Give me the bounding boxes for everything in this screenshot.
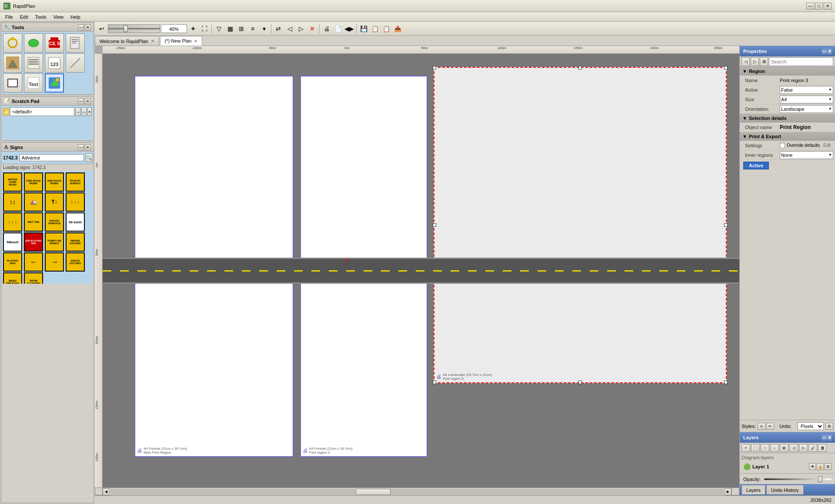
bottom-tab-layers[interactable]: Layers — [741, 485, 765, 494]
sign-power-line[interactable]: POWER LINE MODELS — [45, 232, 64, 252]
scroll-thumb[interactable] — [356, 489, 391, 495]
signs-search-button[interactable]: 🔍 — [86, 153, 93, 162]
bottom-tab-undo[interactable]: Undo History — [766, 485, 804, 494]
tools-panel-controls[interactable]: — ✕ — [78, 24, 91, 30]
sign-50kmh-small[interactable]: 50km/h — [3, 232, 22, 252]
sign-arrows-updown[interactable]: ↕↕ — [3, 192, 22, 212]
toolbar-table[interactable]: ⊞ — [236, 23, 247, 34]
layers-btn3[interactable]: ↑ — [761, 444, 769, 452]
layers-header-controls[interactable]: — ✕ — [822, 435, 832, 441]
sign-end-road-work[interactable]: END ROAD WORK — [45, 172, 64, 192]
toolbar-delete[interactable]: ✕ — [307, 23, 317, 34]
toolbar-print1[interactable]: 🖨 — [321, 23, 332, 34]
tool-rotate[interactable] — [3, 33, 22, 53]
sign-water-over-road[interactable]: WATER OVER ROAD — [3, 172, 22, 192]
handle-ml[interactable] — [433, 223, 436, 227]
toolbar-triangle-down[interactable]: ▽ — [214, 23, 224, 34]
sign-traffic-survey[interactable]: TRAFFIC SURVEY — [66, 172, 85, 192]
tools-panel-close[interactable]: ✕ — [85, 24, 91, 30]
props-region-header[interactable]: ▼ Region — [740, 67, 835, 76]
tool-page[interactable] — [66, 33, 85, 53]
toolbar-share[interactable]: 📤 — [392, 23, 403, 34]
sign-snow-clearing[interactable]: SNOW CLEARING — [24, 272, 43, 284]
canvas-area[interactable]: -150m -100m -50m 0m 50m 100m 150m 200m 2… — [95, 46, 739, 495]
layer-item-1[interactable]: 🟢 Layer 1 👁 🔓 ⚙ — [741, 462, 833, 471]
tools-panel-minimize[interactable]: — — [78, 24, 84, 30]
sign-wet-tar[interactable]: WET TAR — [24, 212, 43, 232]
signs-scroll-area[interactable]: WATER OVER ROAD FIND ROAD WORK END ROAD … — [1, 171, 94, 284]
signs-minimize[interactable]: — — [78, 144, 84, 150]
style-icon-2[interactable]: ✏ — [766, 423, 774, 430]
tab-new-plan-close[interactable]: ✕ — [194, 39, 197, 43]
props-active-dropdown[interactable]: False ▼ — [780, 86, 833, 94]
props-toolbar-btn1[interactable]: ◁ — [741, 57, 750, 66]
scroll-right-arrow[interactable]: ▶ — [725, 488, 731, 495]
tool-oval[interactable] — [24, 33, 43, 53]
props-selection-header[interactable]: ▼ Selection details — [740, 114, 835, 123]
opacity-slider[interactable] — [764, 478, 832, 480]
tool-terrain[interactable] — [3, 53, 22, 73]
tab-new-plan[interactable]: (*) New Plan ✕ — [160, 36, 203, 46]
sign-arrow-right[interactable]: → — [45, 252, 64, 272]
props-header-controls[interactable]: — ✕ — [822, 49, 832, 54]
signs-close[interactable]: ✕ — [85, 144, 91, 150]
menu-help[interactable]: Help — [67, 13, 84, 20]
horizontal-scrollbar[interactable]: ◀ ▶ — [103, 487, 731, 495]
menu-tools[interactable]: Tools — [32, 13, 50, 20]
window-controls[interactable]: — □ ✕ — [806, 3, 832, 10]
units-select[interactable]: Pixels Meters — [798, 422, 824, 430]
layers-btn5[interactable]: ⊞ — [780, 444, 788, 452]
handle-br[interactable] — [724, 381, 728, 384]
maximize-button[interactable]: □ — [815, 3, 823, 10]
handle-tr[interactable] — [724, 66, 728, 70]
tool-sign[interactable]: REDUCE SPEED — [45, 33, 64, 53]
tool-list[interactable] — [24, 53, 43, 73]
toolbar-print2[interactable]: 📄 — [333, 23, 343, 34]
sign-rough-surface[interactable]: ROUGH SURFACE — [45, 212, 64, 232]
tool-line[interactable] — [66, 53, 85, 73]
toolbar-copy[interactable]: 📋 — [370, 23, 380, 34]
layers-btn9[interactable]: 🗑 — [818, 444, 827, 452]
layers-btn8[interactable]: 🖊 — [808, 444, 817, 452]
canvas-viewport[interactable]: 🖨 A4 Portrait (21cm x 29.7cm) Main Print… — [103, 54, 739, 487]
sign-blasting-area[interactable]: BLASTING AREA — [3, 252, 22, 272]
sign-arrows-up3[interactable]: ↑ ↑ ↑ — [66, 192, 85, 212]
handle-tl[interactable] — [433, 66, 436, 70]
sign-arrows-up3b[interactable]: ↑ ↑ ↑ — [3, 212, 22, 232]
zoom-slider[interactable] — [108, 24, 160, 33]
zoom-slider-thumb[interactable] — [124, 25, 128, 32]
layers-btn1[interactable]: + — [741, 444, 750, 452]
handle-bl[interactable] — [433, 381, 436, 384]
signs-advance-input[interactable] — [20, 154, 84, 161]
scroll-left-arrow[interactable]: ◀ — [103, 488, 110, 495]
toolbar-grid[interactable]: ▦ — [225, 23, 235, 34]
scratch-add[interactable]: + — [87, 107, 92, 116]
opacity-thumb[interactable] — [818, 476, 822, 482]
props-size-dropdown[interactable]: A4 ▼ — [780, 96, 833, 103]
props-close[interactable]: ✕ — [828, 49, 832, 54]
toolbar-zoom-fit[interactable]: ⛶ — [199, 23, 210, 34]
sign-arrow-left[interactable]: ← — [24, 252, 43, 272]
menu-view[interactable]: View — [50, 13, 67, 20]
scratch-pad-controls[interactable]: — ✕ — [78, 98, 91, 104]
props-toolbar-btn2[interactable]: ▷ — [751, 57, 759, 66]
style-icon-1[interactable]: A — [758, 423, 765, 430]
props-orientation-dropdown[interactable]: Landscape ▼ — [780, 105, 833, 113]
sign-find-road-work[interactable]: FIND ROAD WORK — [24, 172, 43, 192]
toolbar-print3[interactable]: ◀▶ — [344, 23, 354, 34]
sign-grass-cutting[interactable]: GRASS CUTTING — [66, 252, 85, 272]
menu-file[interactable]: File — [2, 13, 17, 20]
layers-minimize[interactable]: — — [822, 435, 827, 441]
close-button[interactable]: ✕ — [824, 3, 832, 10]
props-settings-edit[interactable]: Edit — [823, 143, 831, 148]
handle-tc[interactable] — [578, 66, 582, 70]
toolbar-undo[interactable]: ↩ — [97, 23, 107, 34]
layers-btn6[interactable]: ◁ — [789, 444, 798, 452]
toolbar-save[interactable]: 💾 — [358, 23, 369, 34]
handle-mr[interactable] — [724, 223, 728, 227]
layer-1-lock[interactable]: 🔓 — [817, 463, 824, 470]
signs-panel-controls[interactable]: — ✕ — [78, 144, 91, 150]
props-print-header[interactable]: ▼ Print & Export — [740, 132, 835, 141]
tab-welcome-close[interactable]: ✕ — [151, 39, 154, 43]
handle-bc[interactable] — [578, 381, 582, 384]
